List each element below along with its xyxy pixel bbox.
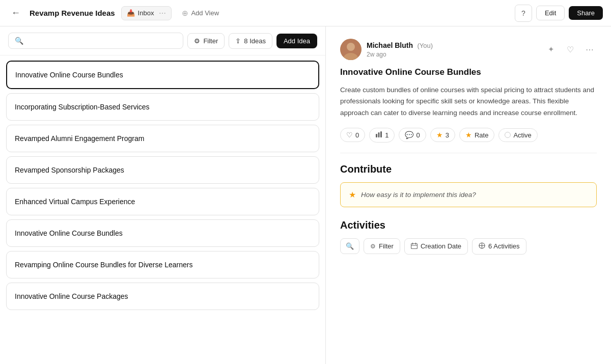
- bar-button[interactable]: 1: [369, 128, 395, 143]
- toolbar: 🔍 ⚙ Filter ⇪ 8 Ideas Add Idea: [0, 26, 325, 55]
- more-icon: ⋯: [586, 45, 594, 54]
- list-item[interactable]: Revamping Online Course Bundles for Dive…: [6, 251, 319, 278]
- add-view-label: Add View: [191, 9, 219, 17]
- list-item[interactable]: Innovative Online Course Packages: [6, 283, 319, 310]
- contribute-box[interactable]: ★ How easy is it to implement this idea?: [340, 182, 597, 207]
- help-button[interactable]: ?: [515, 5, 532, 22]
- idea-title: Revamped Alumni Engagement Program: [15, 134, 144, 143]
- activities-date-label: Creation Date: [421, 242, 461, 250]
- activities-date-icon: [411, 242, 418, 250]
- sparkle-icon: ✦: [548, 45, 554, 54]
- activities-filter-label: Filter: [379, 242, 394, 250]
- add-view-button[interactable]: ⊕ Add View: [178, 6, 223, 20]
- ideas-share-icon: ⇪: [235, 37, 241, 45]
- star-count: 3: [446, 131, 449, 139]
- inbox-button[interactable]: 📥 Inbox ⋯: [121, 6, 172, 20]
- contribute-star-icon: ★: [349, 190, 356, 200]
- rate-button[interactable]: ★ Rate: [459, 128, 494, 142]
- list-item[interactable]: Revamped Alumni Engagement Program: [6, 125, 319, 152]
- activities-search-button[interactable]: 🔍: [340, 238, 359, 254]
- svg-point-1: [347, 43, 355, 51]
- add-idea-label: Add Idea: [284, 37, 310, 45]
- idea-title: Revamped Sponsorship Packages: [15, 166, 124, 174]
- inbox-dots-icon: ⋯: [159, 9, 166, 17]
- author-name-row: Michael Bluth (You): [367, 41, 433, 50]
- idea-title: Incorporating Subscription-Based Service…: [15, 103, 150, 111]
- filter-button[interactable]: ⚙ Filter: [187, 33, 225, 49]
- contribute-prompt: How easy is it to implement this idea?: [361, 191, 476, 199]
- active-button[interactable]: Active: [498, 128, 537, 142]
- active-circle-icon: [505, 132, 511, 138]
- inbox-icon: 📥: [127, 9, 135, 17]
- activities-date-button[interactable]: Creation Date: [404, 238, 468, 255]
- author-actions: ✦ ♡ ⋯: [544, 42, 597, 57]
- likes-icon: ♡: [346, 131, 353, 139]
- active-label: Active: [513, 131, 531, 139]
- more-button[interactable]: ⋯: [582, 42, 597, 57]
- idea-description: Create custom bundles of online courses …: [340, 85, 597, 119]
- rate-star-icon: ★: [465, 131, 472, 139]
- filter-label: Filter: [203, 37, 218, 45]
- idea-title: Innovative Online Course Bundles: [15, 229, 123, 237]
- heart-icon: ♡: [567, 45, 574, 54]
- share-button[interactable]: Share: [569, 6, 603, 20]
- topbar-left: ← Revamp Revenue Ideas 📥 Inbox ⋯ ⊕ Add V…: [8, 6, 223, 21]
- star-icon: ★: [436, 131, 443, 139]
- ideas-count-label: 8 Ideas: [244, 37, 266, 45]
- search-input[interactable]: [27, 37, 177, 45]
- share-label: Share: [577, 9, 595, 17]
- idea-title: Revamping Online Course Bundles for Dive…: [15, 261, 192, 269]
- svg-rect-6: [411, 243, 417, 248]
- page-title: Revamp Revenue Ideas: [30, 9, 115, 17]
- bar-count: 1: [385, 131, 388, 139]
- idea-title: Innovative Online Course Bundles: [15, 71, 123, 79]
- author-you-badge: (You): [417, 42, 433, 49]
- svg-rect-4: [378, 132, 380, 137]
- activities-title: Activities: [340, 219, 597, 231]
- activities-toolbar: 🔍 ⚙ Filter Creation Date: [340, 238, 597, 255]
- activities-count-icon: [479, 242, 485, 250]
- list-item[interactable]: Innovative Online Course Bundles: [6, 61, 319, 89]
- inbox-label: Inbox: [138, 9, 154, 17]
- topbar-right: ? Edit Share: [515, 5, 603, 22]
- contribute-title: Contribute: [340, 163, 597, 175]
- filter-icon: ⚙: [194, 37, 200, 45]
- back-icon: ←: [11, 8, 20, 18]
- avatar-image: [340, 39, 362, 60]
- svg-rect-3: [376, 134, 377, 137]
- list-item[interactable]: Incorporating Subscription-Based Service…: [6, 93, 319, 121]
- add-view-icon: ⊕: [182, 9, 188, 18]
- edit-label: Edit: [545, 9, 556, 17]
- ideas-count-button[interactable]: ⇪ 8 Ideas: [229, 33, 272, 49]
- activities-filter-button[interactable]: ⚙ Filter: [364, 238, 400, 254]
- rate-label: Rate: [475, 131, 488, 139]
- stars-button[interactable]: ★ 3: [430, 128, 455, 142]
- activities-count-button[interactable]: 6 Activities: [472, 238, 526, 255]
- sparkle-button[interactable]: ✦: [544, 42, 558, 57]
- search-icon: 🔍: [15, 37, 23, 45]
- comments-button[interactable]: 💬 0: [399, 128, 426, 142]
- author-details: Michael Bluth (You) 2w ago: [367, 41, 433, 58]
- author-info: Michael Bluth (You) 2w ago: [340, 39, 433, 60]
- stats-row: ♡ 0 1 💬 0 ★ 3: [340, 128, 597, 143]
- topbar: ← Revamp Revenue Ideas 📥 Inbox ⋯ ⊕ Add V…: [0, 0, 611, 26]
- idea-title: Innovative Online Course Packages: [15, 292, 128, 300]
- back-button[interactable]: ←: [8, 6, 23, 21]
- comment-icon: 💬: [405, 131, 413, 139]
- main-layout: 🔍 ⚙ Filter ⇪ 8 Ideas Add Idea Innovative…: [0, 26, 611, 364]
- likes-button[interactable]: ♡ 0: [340, 128, 365, 142]
- comment-count: 0: [416, 131, 420, 139]
- list-item[interactable]: Revamped Sponsorship Packages: [6, 156, 319, 184]
- svg-rect-5: [380, 131, 382, 137]
- search-box[interactable]: 🔍: [8, 33, 183, 49]
- add-idea-button[interactable]: Add Idea: [276, 34, 317, 48]
- ideas-list: Innovative Online Course Bundles Incorpo…: [0, 55, 325, 364]
- heart-button[interactable]: ♡: [563, 42, 577, 57]
- activities-search-icon: 🔍: [346, 242, 354, 250]
- right-panel: Michael Bluth (You) 2w ago ✦ ♡ ⋯ Innov: [326, 26, 611, 364]
- likes-count: 0: [355, 131, 359, 139]
- list-item[interactable]: Innovative Online Course Bundles: [6, 219, 319, 247]
- help-label: ?: [521, 9, 525, 17]
- list-item[interactable]: Enhanced Virtual Campus Experience: [6, 188, 319, 215]
- edit-button[interactable]: Edit: [536, 6, 565, 20]
